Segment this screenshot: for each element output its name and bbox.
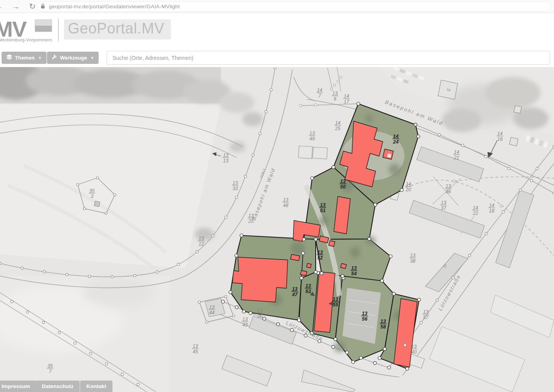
svg-text:47: 47 <box>292 292 298 297</box>
svg-text:26: 26 <box>257 314 263 319</box>
svg-text:14: 14 <box>406 181 411 187</box>
parcel-label: 1356 <box>361 311 368 322</box>
svg-text:14: 14 <box>473 205 478 211</box>
svg-text:13: 13 <box>198 236 204 241</box>
svg-text:49: 49 <box>309 136 315 142</box>
svg-text:16: 16 <box>497 136 503 142</box>
parcel-label: 1313 <box>223 153 229 164</box>
address-bar[interactable]: geoportal-mv.de/portal/Geodatenviewer/GA… <box>36 2 551 11</box>
svg-text:13: 13 <box>223 158 228 164</box>
svg-text:21: 21 <box>453 155 459 161</box>
parcel-label: 1353 <box>305 283 312 294</box>
svg-text:38: 38 <box>410 258 416 264</box>
chevron-down-icon: ▼ <box>90 56 94 60</box>
svg-text:35: 35 <box>47 363 53 369</box>
svg-text:44: 44 <box>209 310 215 315</box>
svg-text:14: 14 <box>335 120 341 126</box>
kontakt-button[interactable]: Kontakt <box>80 381 112 392</box>
themes-button[interactable]: Themen ▼ <box>2 52 47 64</box>
parcel-label: 1351 <box>320 202 326 213</box>
map-toolbar: Themen ▼ Werkzeuge ▼ <box>0 49 554 67</box>
svg-text:56: 56 <box>362 316 368 322</box>
impressum-button[interactable]: Impressum <box>0 381 36 392</box>
chevron-down-icon: ▼ <box>38 56 42 60</box>
svg-text:13: 13 <box>283 197 288 203</box>
forward-icon[interactable]: → <box>11 1 21 12</box>
svg-text:14: 14 <box>317 88 322 93</box>
svg-text:3: 3 <box>91 194 94 199</box>
svg-text:20: 20 <box>405 187 411 192</box>
parcel-label: 1425 <box>335 120 341 131</box>
svg-text:55: 55 <box>333 302 339 308</box>
datenschutz-button[interactable]: Datenschutz <box>36 381 80 392</box>
parcel-label: 1340 <box>411 344 417 355</box>
svg-text:24: 24 <box>393 139 399 145</box>
svg-text:13: 13 <box>309 131 315 136</box>
header-divider <box>58 19 59 41</box>
parcel-label: 1422 <box>472 205 479 216</box>
svg-text:13: 13 <box>340 179 346 184</box>
reload-icon[interactable]: ↻ <box>28 1 37 12</box>
map-image[interactable]: 1471361417142513491424141614211313133335… <box>0 67 554 392</box>
svg-text:13: 13 <box>423 309 429 315</box>
parcel-label: 1343 <box>242 317 249 328</box>
parcel-label: 1355 <box>332 297 339 308</box>
parcel-label: 1312 <box>198 236 205 247</box>
page-title: GeoPortal.MV <box>64 19 171 39</box>
map-canvas[interactable]: 1471361417142513491424141614211313133335… <box>0 67 554 392</box>
geoportal-page: ← → ↻ geoportal-mv.de/portal/Geodatenvie… <box>0 0 554 392</box>
layers-icon <box>6 54 12 61</box>
parcel-label: 1347 <box>292 286 298 297</box>
parcel-label: 1417 <box>343 93 350 105</box>
svg-text:12: 12 <box>198 241 204 247</box>
svg-text:13: 13 <box>320 202 326 208</box>
svg-text:25: 25 <box>335 126 341 131</box>
parcel-label: 1336 <box>445 183 452 194</box>
svg-text:17: 17 <box>344 99 350 105</box>
svg-text:37: 37 <box>441 205 447 211</box>
svg-text:13: 13 <box>292 286 298 292</box>
svg-text:13: 13 <box>223 153 228 158</box>
svg-text:58: 58 <box>380 324 386 330</box>
svg-text:13: 13 <box>209 304 215 310</box>
svg-text:13: 13 <box>445 183 451 189</box>
parcel-label: 1348 <box>283 197 289 208</box>
search-input[interactable] <box>107 51 550 65</box>
logo-subtitle: Mecklenburg-Vorpommern <box>0 37 52 42</box>
parcel-label: 1350 <box>340 179 346 190</box>
url-text: geoportal-mv.de/portal/Geodatenviewer/GA… <box>49 4 180 9</box>
svg-text:40: 40 <box>411 349 417 355</box>
parcel-label: 1333 <box>232 180 239 191</box>
parcel-label: 1354 <box>351 265 357 276</box>
parcel-label: 1349 <box>309 131 316 142</box>
svg-text:45: 45 <box>193 349 198 355</box>
svg-text:14: 14 <box>344 93 349 99</box>
parcel-label: 1357 <box>423 309 429 320</box>
svg-text:13: 13 <box>411 344 417 349</box>
mv-flag-image <box>35 19 52 32</box>
svg-text:13: 13 <box>232 180 238 186</box>
parcel-label: 1338 <box>410 253 416 264</box>
padlock-icon <box>41 3 45 10</box>
site-header: MV Mecklenburg-Vorpommern GeoPortal.MV <box>0 13 554 49</box>
parcel-label: 1326 <box>257 308 264 319</box>
svg-text:57: 57 <box>423 315 429 320</box>
tools-button[interactable]: Werkzeuge ▼ <box>47 52 99 64</box>
svg-text:18: 18 <box>489 208 494 214</box>
svg-text:14: 14 <box>393 134 399 139</box>
svg-text:50: 50 <box>340 184 346 190</box>
svg-text:13: 13 <box>317 250 323 255</box>
svg-text:48: 48 <box>283 203 288 208</box>
svg-text:13: 13 <box>305 283 311 289</box>
parcel-label: 1345 <box>192 343 199 355</box>
svg-text:13: 13 <box>410 253 416 258</box>
svg-text:43: 43 <box>242 322 248 328</box>
svg-text:53: 53 <box>305 289 311 294</box>
svg-text:6: 6 <box>334 96 337 102</box>
svg-text:13: 13 <box>242 317 248 322</box>
svg-text:13: 13 <box>441 200 446 205</box>
parcel-label: 1420 <box>405 181 412 192</box>
parcel-label: 1421 <box>453 149 460 161</box>
svg-text:14: 14 <box>489 203 494 208</box>
back-icon[interactable]: ← <box>0 1 4 12</box>
